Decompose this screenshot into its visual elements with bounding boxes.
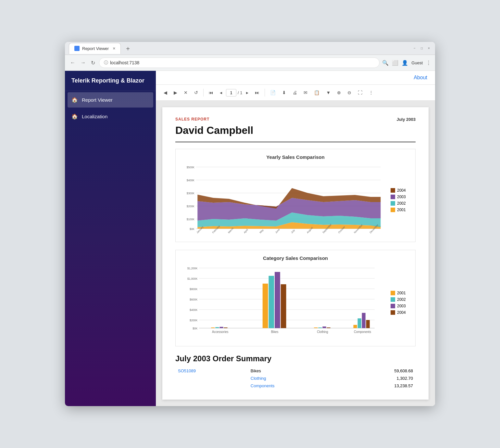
svg-text:$400K: $400K <box>190 308 197 312</box>
toolbar-email[interactable]: ✉ <box>301 88 310 97</box>
cat-legend-label-2003: 2003 <box>397 304 406 308</box>
order-summary-title: July 2003 Order Summary <box>175 354 416 363</box>
toolbar-more[interactable]: ⋮ <box>366 88 376 97</box>
svg-text:$1,200K: $1,200K <box>187 267 197 270</box>
report-header-line: SALES REPORT July 2003 <box>175 117 416 122</box>
toolbar-last-page[interactable]: ⏭ <box>252 88 262 97</box>
toolbar-first-page[interactable]: ⏮ <box>206 88 216 97</box>
toolbar-zoom-out[interactable]: ⊖ <box>345 88 354 97</box>
tab-search-icon[interactable]: ⬜ <box>392 60 398 66</box>
sidebar-item-localization[interactable]: 🏠 Localization <box>65 109 156 124</box>
cat-legend-swatch-2001 <box>391 291 395 295</box>
close-button[interactable]: × <box>427 46 431 51</box>
toolbar-next-page[interactable]: ▸ <box>244 88 251 97</box>
svg-text:Bikes: Bikes <box>271 330 279 334</box>
toolbar-prev-page[interactable]: ◂ <box>217 88 225 97</box>
back-button[interactable]: ← <box>69 58 77 67</box>
legend-label-2003: 2003 <box>397 195 406 199</box>
order-category-2: Clothing <box>248 375 340 382</box>
tab-title: Report Viewer <box>82 46 109 51</box>
category-chart-container: Category Sales Comparison <box>175 250 416 346</box>
home-icon-2: 🏠 <box>71 113 78 120</box>
toolbar-back[interactable]: ◀ <box>161 88 170 97</box>
app-header: About <box>156 71 435 85</box>
legend-label-2001: 2001 <box>397 208 406 212</box>
legend-2002: 2002 <box>391 201 410 206</box>
cat-legend-label-2002: 2002 <box>397 297 406 302</box>
svg-rect-43 <box>215 327 219 328</box>
cat-legend-swatch-2003 <box>391 304 395 308</box>
order-table: SO51089 Bikes 59,608.68 Clothing 1,302.7… <box>175 367 416 390</box>
browser-tab[interactable]: Report Viewer × <box>69 43 121 54</box>
tab-close-button[interactable]: × <box>113 46 115 51</box>
yearly-chart-container: Yearly Sales Comparison <box>175 149 416 242</box>
svg-text:$800K: $800K <box>190 288 197 291</box>
search-icon[interactable]: 🔍 <box>382 60 389 66</box>
forward-button[interactable]: → <box>79 58 87 67</box>
legend-label-2002: 2002 <box>397 201 406 206</box>
svg-rect-55 <box>357 318 361 328</box>
yearly-chart-svg: $500K $400K $300K $200K $100K $0K <box>181 164 387 237</box>
page-number-input[interactable] <box>226 89 236 96</box>
svg-text:$0K: $0K <box>190 227 194 231</box>
refresh-button[interactable]: ↻ <box>90 58 96 67</box>
toolbar-export[interactable]: 📄 <box>268 88 278 97</box>
toolbar-filter[interactable]: ▼ <box>323 88 333 97</box>
maximize-button[interactable]: □ <box>419 46 424 51</box>
svg-text:Clothing: Clothing <box>317 330 328 334</box>
svg-text:May: May <box>259 228 264 234</box>
minimize-button[interactable]: − <box>412 46 417 51</box>
svg-rect-52 <box>322 326 326 328</box>
svg-rect-51 <box>318 327 322 328</box>
order-amount-3: 13,238.57 <box>340 382 416 390</box>
address-bar: ← → ↻ ⓘ localhost:7138 🔍 ⬜ 👤 Guest ⋮ <box>65 55 435 71</box>
toolbar-stop[interactable]: ✕ <box>181 88 190 97</box>
legend-2001: 2001 <box>391 208 410 212</box>
user-icon[interactable]: 👤 <box>402 60 408 66</box>
svg-rect-50 <box>314 327 318 328</box>
window-controls: − □ × <box>412 46 431 51</box>
yearly-chart-legend: 2004 2003 2002 <box>391 164 410 237</box>
cat-legend-swatch-2002 <box>391 297 395 302</box>
cat-legend-2004: 2004 <box>391 310 410 315</box>
svg-text:$200K: $200K <box>187 205 194 208</box>
about-link[interactable]: About <box>414 75 427 81</box>
category-chart-svg: $1,200K $1,000K $800K $600K $400K $200K … <box>181 265 387 341</box>
svg-text:$100K: $100K <box>187 218 194 221</box>
yearly-chart-area: $500K $400K $300K $200K $100K $0K <box>181 164 410 237</box>
svg-text:$0K: $0K <box>193 327 197 330</box>
order-id: SO51089 <box>175 367 248 390</box>
page-total: / 1 <box>238 90 242 95</box>
svg-text:$200K: $200K <box>190 319 197 322</box>
order-amount-2: 1,302.70 <box>340 375 416 382</box>
toolbar-print[interactable]: 🖨 <box>290 88 300 97</box>
report-page: SALES REPORT July 2003 David Campbell Ye… <box>162 107 429 400</box>
toolbar-copy[interactable]: 📋 <box>311 88 322 97</box>
sidebar-label-report-viewer: Report Viewer <box>82 97 113 103</box>
url-box[interactable]: ⓘ localhost:7138 <box>99 58 380 68</box>
report-viewer-area: SALES REPORT July 2003 David Campbell Ye… <box>156 101 435 406</box>
category-chart-area: $1,200K $1,000K $800K $600K $400K $200K … <box>181 265 410 341</box>
new-tab-button[interactable]: + <box>123 44 132 54</box>
cat-legend-label-2004: 2004 <box>397 310 406 315</box>
report-toolbar: ◀ ▶ ✕ ↺ ⏮ ◂ / 1 ▸ ⏭ 📄 ⬇ 🖨 ✉ 📋 ▼ ⊕ ⊖ <box>156 85 435 101</box>
toolbar-fullscreen[interactable]: ⛶ <box>355 88 365 97</box>
toolbar-zoom-in[interactable]: ⊕ <box>334 88 344 97</box>
sidebar-item-report-viewer[interactable]: 🏠 Report Viewer <box>68 92 153 108</box>
legend-2003: 2003 <box>391 195 410 199</box>
browser-menu-icon[interactable]: ⋮ <box>426 60 431 66</box>
browser-window: Report Viewer × + − □ × ← → ↻ ⓘ localhos… <box>65 42 435 406</box>
svg-text:July: July <box>290 229 295 234</box>
category-chart-title: Category Sales Comparison <box>181 255 410 261</box>
svg-text:$300K: $300K <box>187 192 194 195</box>
toolbar-forward[interactable]: ▶ <box>171 88 180 97</box>
toolbar-sep-1 <box>203 89 204 96</box>
svg-rect-45 <box>224 327 227 328</box>
user-label: Guest <box>411 60 423 65</box>
table-row: SO51089 Bikes 59,608.68 <box>175 367 416 375</box>
legend-swatch-2004 <box>391 188 395 193</box>
toolbar-download[interactable]: ⬇ <box>280 88 289 97</box>
toolbar-refresh[interactable]: ↺ <box>192 88 201 97</box>
legend-swatch-2003 <box>391 195 395 199</box>
svg-text:$1,000K: $1,000K <box>187 277 197 280</box>
